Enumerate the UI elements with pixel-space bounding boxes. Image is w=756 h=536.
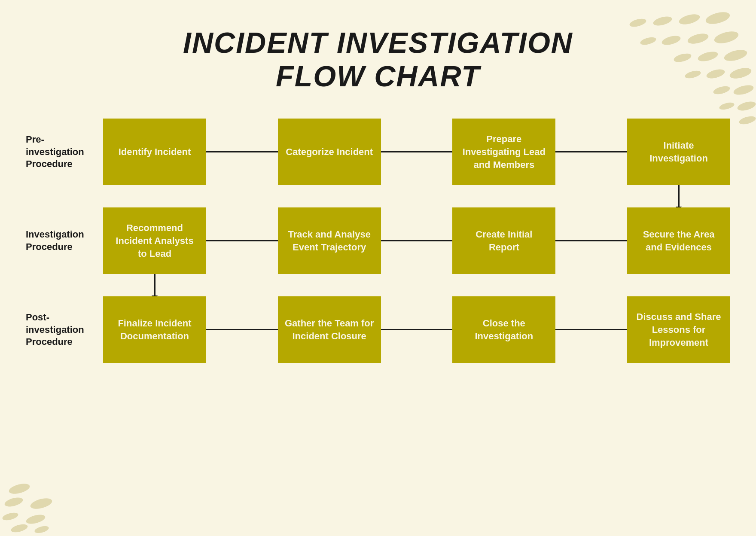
v-arrow-line-1 xyxy=(678,185,680,207)
box-create-report: Create Initial Report xyxy=(452,207,555,274)
box-gather-team: Gather the Team for Incident Closure xyxy=(278,296,381,363)
v-arrow-r1-c4 xyxy=(678,185,680,207)
connector-r2-2 xyxy=(381,240,453,241)
title-section: INCIDENT INVESTIGATION FLOW CHART xyxy=(0,0,756,110)
box-initiate-investigation: Initiate Investigation xyxy=(627,119,730,185)
connector-r1-1 xyxy=(206,151,278,152)
boxes-row1: Identify Incident Categorize Incident Pr… xyxy=(103,119,730,185)
label-post-investigation: Post-investigation Procedure xyxy=(26,311,103,348)
connector-r3-1 xyxy=(206,329,278,330)
box-finalize-documentation: Finalize Incident Documentation xyxy=(103,296,206,363)
connector-r1-3 xyxy=(555,151,627,152)
title-line1: INCIDENT INVESTIGATION xyxy=(0,26,756,59)
gap-spacer-1 xyxy=(206,185,278,207)
connector-r2-1 xyxy=(206,240,278,241)
gap-spacer-2 xyxy=(381,185,453,207)
decorative-dots-bottom-left xyxy=(0,450,94,536)
v-arrow-r2-c1 xyxy=(154,274,155,296)
v-arrow-line-2 xyxy=(154,274,155,296)
label-investigation: Investigation Procedure xyxy=(26,228,103,253)
box-categorize-incident: Categorize Incident xyxy=(278,119,381,185)
box-secure-area: Secure the Area and Evidences xyxy=(627,207,730,274)
gap-cell-r1-c1 xyxy=(103,185,206,207)
title-line2: FLOW CHART xyxy=(0,59,756,93)
box-identify-incident: Identify Incident xyxy=(103,119,206,185)
gap-cell-r2-c3 xyxy=(452,274,555,296)
gap-cell-r1-c4 xyxy=(627,185,730,207)
row-post-investigation: Post-investigation Procedure Finalize In… xyxy=(26,296,730,363)
gap-cell-r2-c1 xyxy=(103,274,206,296)
box-close-investigation: Close the Investigation xyxy=(452,296,555,363)
connector-r1-2 xyxy=(381,151,453,152)
gap-spacer-3 xyxy=(555,185,627,207)
row-investigation: Investigation Procedure Recommend Incide… xyxy=(26,207,730,274)
box-discuss-lessons: Discuss and Share Lessons for Improvemen… xyxy=(627,296,730,363)
row-pre-investigation: Pre-investigation Procedure Identify Inc… xyxy=(26,119,730,185)
gap-spacer-4 xyxy=(206,274,278,296)
main-title: INCIDENT INVESTIGATION FLOW CHART xyxy=(0,26,756,93)
gap-cell-r1-c2 xyxy=(278,185,381,207)
box-recommend-analysts: Recommend Incident Analysts to Lead xyxy=(103,207,206,274)
gap-spacer-5 xyxy=(381,274,453,296)
label-pre-investigation: Pre-investigation Procedure xyxy=(26,134,103,171)
gap-cell-r2-c2 xyxy=(278,274,381,296)
gap-cell-r1-c3 xyxy=(452,185,555,207)
gap-row-1-2 xyxy=(103,185,730,207)
boxes-row3: Finalize Incident Documentation Gather t… xyxy=(103,296,730,363)
box-track-analyse: Track and Analyse Event Trajectory xyxy=(278,207,381,274)
connector-r2-3 xyxy=(555,240,627,241)
gap-row-2-3 xyxy=(103,274,730,296)
connector-r3-3 xyxy=(555,329,627,330)
flowchart-container: Pre-investigation Procedure Identify Inc… xyxy=(0,119,756,363)
gap-cell-r2-c4 xyxy=(627,274,730,296)
connector-r3-2 xyxy=(381,329,453,330)
gap-spacer-6 xyxy=(555,274,627,296)
boxes-row2: Recommend Incident Analysts to Lead Trac… xyxy=(103,207,730,274)
box-prepare-investigating: Prepare Investigating Lead and Members xyxy=(452,119,555,185)
